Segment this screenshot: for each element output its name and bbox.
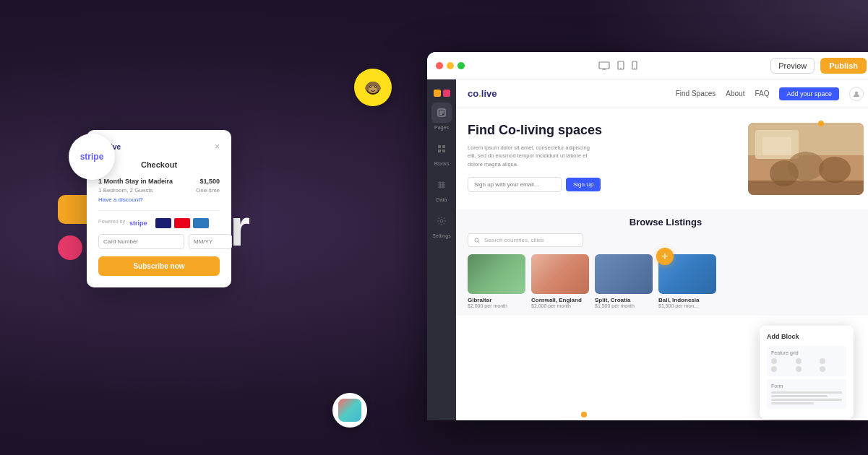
subscribe-button[interactable]: Subscribe now: [98, 256, 220, 276]
modal-payment-row: Powered by stripe: [98, 218, 220, 228]
email-input[interactable]: [468, 177, 562, 192]
user-avatar[interactable]: [849, 87, 864, 101]
add-block-connector[interactable]: +: [656, 248, 674, 265]
website-hero: Find Co-living spaces Lorem ipsum dolor …: [456, 108, 868, 209]
tablet-icon[interactable]: [617, 61, 624, 70]
toolbar-actions: Preview Publish: [770, 58, 867, 74]
listing-img-3: [595, 254, 653, 294]
search-icon: [474, 238, 480, 243]
svg-point-37: [370, 86, 371, 87]
svg-rect-29: [748, 181, 864, 195]
builder-sidebar: Pages Blocks: [427, 79, 456, 420]
add-block-panel: Add Block Feature grid Form: [760, 326, 854, 419]
svg-point-28: [819, 157, 851, 183]
pages-icon-container[interactable]: [431, 103, 452, 123]
listing-price-2: $2,000 per month: [531, 303, 589, 308]
feature-grid-block[interactable]: Feature grid: [767, 346, 846, 376]
sidebar-blocks[interactable]: Blocks: [431, 139, 452, 166]
listing-price-1: $2,000 per month: [468, 303, 525, 308]
pages-icon: [437, 108, 447, 118]
modal-item-price: $1,500: [199, 178, 220, 185]
svg-rect-14: [442, 150, 445, 152]
find-spaces-link[interactable]: Find Spaces: [676, 90, 716, 98]
powered-by-label: Powered by: [98, 219, 125, 224]
website-logo: co.live: [468, 88, 497, 99]
svg-point-38: [375, 86, 376, 87]
minimize-dot: [447, 62, 454, 69]
grid-dot-5: [796, 366, 802, 372]
listing-name-2: Cornwall, England: [531, 297, 589, 303]
form-preview: [771, 391, 842, 404]
hero-image: [748, 123, 864, 195]
logo-circle-pink: [58, 235, 82, 260]
desktop-icon[interactable]: [598, 61, 610, 70]
sidebar-data[interactable]: Data: [431, 175, 452, 202]
listing-name-4: Bali, Indonesia: [658, 297, 716, 303]
modal-close-button[interactable]: ×: [215, 142, 220, 152]
svg-point-40: [377, 87, 381, 90]
softr-integration-badge: [332, 393, 367, 428]
browse-title: Browse Listings: [468, 217, 864, 228]
signup-button[interactable]: Sign Up: [566, 178, 601, 191]
svg-point-4: [620, 68, 622, 69]
card-number-input[interactable]: [98, 234, 184, 249]
data-icon-container[interactable]: [431, 175, 452, 195]
svg-point-39: [365, 87, 369, 90]
sidebar-pages[interactable]: Pages: [431, 103, 452, 130]
blocks-icon-container[interactable]: [431, 139, 452, 159]
settings-icon-container[interactable]: [431, 211, 452, 231]
svg-rect-13: [438, 150, 441, 152]
form-block-label: Form: [771, 384, 842, 389]
svg-rect-0: [599, 62, 609, 69]
sidebar-settings[interactable]: Settings: [431, 211, 452, 238]
form-line-1: [771, 391, 842, 394]
listing-card-3[interactable]: Split, Croatia $1,500 per month: [595, 254, 653, 308]
svg-rect-11: [438, 145, 441, 148]
grid-dot-6: [820, 366, 825, 372]
settings-icon: [437, 216, 447, 226]
data-icon: [437, 180, 447, 190]
mailchimp-icon: [362, 77, 384, 98]
listing-price-4: $1,500 per mon...: [658, 303, 716, 308]
add-block-title: Add Block: [767, 333, 846, 340]
modal-item-detail: 1 Bedroom, 2 Guests: [98, 187, 153, 194]
svg-point-20: [440, 220, 443, 222]
listing-price-3: $1,500 per month: [595, 303, 653, 308]
publish-button[interactable]: Publish: [820, 58, 867, 74]
modal-item-row: 1 Month Stay in Madeira $1,500: [98, 178, 220, 185]
modal-discount-link[interactable]: Have a discount?: [98, 196, 220, 203]
svg-point-6: [634, 68, 635, 69]
add-space-button[interactable]: Add your space: [779, 87, 839, 100]
data-label: Data: [437, 197, 447, 202]
builder-toolbar: Preview Publish: [427, 52, 868, 79]
bottom-connector-dot: [581, 412, 587, 417]
listing-name-1: Gibraltar: [468, 297, 525, 303]
preview-button[interactable]: Preview: [770, 58, 815, 74]
stripe-logo: stripe: [129, 220, 147, 227]
svg-rect-12: [442, 145, 445, 148]
amex-icon: [193, 218, 209, 228]
user-icon: [853, 90, 860, 98]
svg-point-30: [475, 238, 478, 242]
faq-link[interactable]: FAQ: [755, 90, 769, 98]
about-link[interactable]: About: [726, 90, 744, 98]
listing-card-2[interactable]: Cornwall, England $2,000 per month: [531, 254, 589, 308]
listing-card-1[interactable]: Gibraltar $2,000 per month: [468, 254, 525, 308]
mastercard-icon: [174, 218, 190, 228]
form-block[interactable]: Form: [767, 379, 846, 409]
modal-item-name: 1 Month Stay in Madeira: [98, 178, 173, 185]
sidebar-orange-sq: [434, 90, 441, 97]
card-icons: [155, 218, 209, 228]
blocks-label: Blocks: [434, 161, 450, 166]
mailchimp-badge: [354, 69, 392, 106]
window-controls: [436, 62, 465, 69]
expiry-input[interactable]: [189, 234, 232, 249]
hero-content: Find Co-living spaces Lorem ipsum dolor …: [468, 123, 739, 195]
mobile-icon[interactable]: [632, 61, 637, 70]
hero-title: Find Co-living spaces: [468, 123, 739, 138]
grid-dot-1: [771, 358, 777, 364]
maximize-dot: [457, 62, 465, 69]
grid-dot-4: [771, 366, 777, 372]
search-bar[interactable]: Search countries, cities: [468, 233, 583, 247]
sidebar-red-sq: [443, 90, 450, 97]
